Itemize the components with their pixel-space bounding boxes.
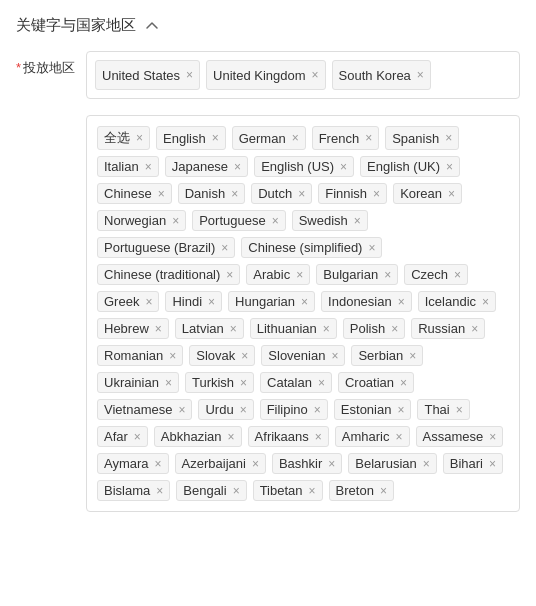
remove-language-tag[interactable]: × bbox=[252, 458, 259, 470]
remove-language-tag[interactable]: × bbox=[318, 377, 325, 389]
remove-language-tag[interactable]: × bbox=[482, 296, 489, 308]
remove-language-tag[interactable]: × bbox=[136, 132, 143, 144]
region-tag: United States× bbox=[95, 60, 200, 90]
remove-language-tag[interactable]: × bbox=[365, 132, 372, 144]
remove-language-tag[interactable]: × bbox=[309, 485, 316, 497]
remove-language-tag[interactable]: × bbox=[398, 296, 405, 308]
remove-language-tag[interactable]: × bbox=[230, 323, 237, 335]
remove-language-tag[interactable]: × bbox=[391, 323, 398, 335]
remove-language-tag[interactable]: × bbox=[172, 215, 179, 227]
language-tag: French× bbox=[312, 126, 379, 150]
remove-language-tag[interactable]: × bbox=[409, 350, 416, 362]
language-tag: Dutch× bbox=[251, 183, 312, 204]
remove-region-tag[interactable]: × bbox=[312, 69, 319, 81]
remove-language-tag[interactable]: × bbox=[234, 161, 241, 173]
remove-language-tag[interactable]: × bbox=[155, 323, 162, 335]
language-tag: Chinese (traditional)× bbox=[97, 264, 240, 285]
remove-language-tag[interactable]: × bbox=[456, 404, 463, 416]
language-tag: Estonian× bbox=[334, 399, 412, 420]
language-tag: Bislama× bbox=[97, 480, 170, 501]
remove-language-tag[interactable]: × bbox=[489, 431, 496, 443]
remove-language-tag[interactable]: × bbox=[454, 269, 461, 281]
remove-language-tag[interactable]: × bbox=[226, 269, 233, 281]
remove-language-tag[interactable]: × bbox=[292, 132, 299, 144]
remove-language-tag[interactable]: × bbox=[272, 215, 279, 227]
language-tag: Swedish× bbox=[292, 210, 368, 231]
remove-language-tag[interactable]: × bbox=[471, 323, 478, 335]
language-tag: 全选× bbox=[97, 126, 150, 150]
remove-language-tag[interactable]: × bbox=[396, 431, 403, 443]
remove-language-tag[interactable]: × bbox=[301, 296, 308, 308]
remove-language-tag[interactable]: × bbox=[368, 242, 375, 254]
region-tag: United Kingdom× bbox=[206, 60, 326, 90]
remove-language-tag[interactable]: × bbox=[315, 431, 322, 443]
language-tag: Greek× bbox=[97, 291, 159, 312]
remove-language-tag[interactable]: × bbox=[354, 215, 361, 227]
remove-language-tag[interactable]: × bbox=[397, 404, 404, 416]
remove-language-tag[interactable]: × bbox=[155, 458, 162, 470]
remove-language-tag[interactable]: × bbox=[228, 431, 235, 443]
section-header: 关键字与国家地区 bbox=[16, 16, 520, 35]
language-tag: Icelandic× bbox=[418, 291, 496, 312]
remove-language-tag[interactable]: × bbox=[212, 132, 219, 144]
remove-language-tag[interactable]: × bbox=[400, 377, 407, 389]
remove-language-tag[interactable]: × bbox=[158, 188, 165, 200]
language-tag: Assamese× bbox=[416, 426, 504, 447]
remove-language-tag[interactable]: × bbox=[134, 431, 141, 443]
remove-language-tag[interactable]: × bbox=[231, 188, 238, 200]
region-tag: South Korea× bbox=[332, 60, 431, 90]
language-tag: Spanish× bbox=[385, 126, 459, 150]
remove-region-tag[interactable]: × bbox=[417, 69, 424, 81]
remove-language-tag[interactable]: × bbox=[169, 350, 176, 362]
chevron-up-icon[interactable] bbox=[144, 18, 160, 34]
language-tag: Thai× bbox=[417, 399, 469, 420]
remove-language-tag[interactable]: × bbox=[156, 485, 163, 497]
remove-language-tag[interactable]: × bbox=[145, 161, 152, 173]
remove-language-tag[interactable]: × bbox=[445, 132, 452, 144]
language-tag: Hindi× bbox=[165, 291, 222, 312]
remove-language-tag[interactable]: × bbox=[340, 161, 347, 173]
language-tag: Abkhazian× bbox=[154, 426, 242, 447]
remove-language-tag[interactable]: × bbox=[221, 242, 228, 254]
remove-language-tag[interactable]: × bbox=[145, 296, 152, 308]
remove-language-tag[interactable]: × bbox=[331, 350, 338, 362]
language-tag: Afar× bbox=[97, 426, 148, 447]
language-tag: English (US)× bbox=[254, 156, 354, 177]
language-tag: Afrikaans× bbox=[248, 426, 329, 447]
language-tag: Slovak× bbox=[189, 345, 255, 366]
remove-language-tag[interactable]: × bbox=[489, 458, 496, 470]
remove-language-tag[interactable]: × bbox=[323, 323, 330, 335]
remove-language-tag[interactable]: × bbox=[240, 404, 247, 416]
remove-language-tag[interactable]: × bbox=[208, 296, 215, 308]
language-tag: Indonesian× bbox=[321, 291, 412, 312]
language-tag: Polish× bbox=[343, 318, 405, 339]
remove-language-tag[interactable]: × bbox=[328, 458, 335, 470]
language-tag: Slovenian× bbox=[261, 345, 345, 366]
remove-language-tag[interactable]: × bbox=[380, 485, 387, 497]
language-tag: Chinese (simplified)× bbox=[241, 237, 382, 258]
language-tag: Finnish× bbox=[318, 183, 387, 204]
remove-language-tag[interactable]: × bbox=[165, 377, 172, 389]
remove-language-tag[interactable]: × bbox=[448, 188, 455, 200]
language-tag: Urdu× bbox=[198, 399, 253, 420]
region-label: *投放地区 bbox=[16, 51, 86, 77]
region-tags-container[interactable]: United States×United Kingdom×South Korea… bbox=[86, 51, 520, 99]
remove-language-tag[interactable]: × bbox=[178, 404, 185, 416]
remove-language-tag[interactable]: × bbox=[298, 188, 305, 200]
remove-language-tag[interactable]: × bbox=[233, 485, 240, 497]
language-tag: English (UK)× bbox=[360, 156, 460, 177]
remove-language-tag[interactable]: × bbox=[241, 350, 248, 362]
language-tag: Hebrew× bbox=[97, 318, 169, 339]
language-tag: Amharic× bbox=[335, 426, 410, 447]
remove-language-tag[interactable]: × bbox=[240, 377, 247, 389]
remove-language-tag[interactable]: × bbox=[384, 269, 391, 281]
remove-language-tag[interactable]: × bbox=[314, 404, 321, 416]
remove-language-tag[interactable]: × bbox=[446, 161, 453, 173]
remove-language-tag[interactable]: × bbox=[373, 188, 380, 200]
remove-region-tag[interactable]: × bbox=[186, 69, 193, 81]
remove-language-tag[interactable]: × bbox=[423, 458, 430, 470]
remove-language-tag[interactable]: × bbox=[296, 269, 303, 281]
language-tag: Arabic× bbox=[246, 264, 310, 285]
language-tag: Tibetan× bbox=[253, 480, 323, 501]
language-tag: Turkish× bbox=[185, 372, 254, 393]
